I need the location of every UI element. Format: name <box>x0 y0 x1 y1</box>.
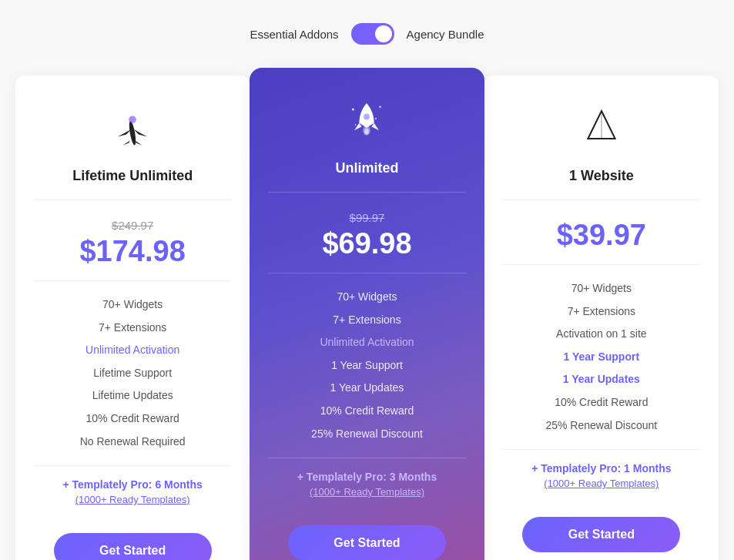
feature-item: 25% Renewal Discount <box>268 423 465 446</box>
card-title-website: 1 Website <box>503 168 700 184</box>
feature-item: Lifetime Support <box>34 362 231 385</box>
cta-button-lifetime[interactable]: Get Started <box>54 533 212 560</box>
svg-point-2 <box>352 108 354 110</box>
rocket-icon <box>342 97 391 146</box>
toggle-knob <box>375 25 392 42</box>
card-title-lifetime: Lifetime Unlimited <box>34 168 231 184</box>
svg-point-3 <box>380 106 381 108</box>
feature-item-year-updates: 1 Year Updates <box>503 368 700 391</box>
feature-item: 70+ Widgets <box>34 293 231 317</box>
feature-item: 10% Credit Reward <box>503 391 700 414</box>
card-unlimited: Unlimited $99.97 $69.98 70+ Widgets 7+ E… <box>250 68 484 560</box>
feature-item: No Renewal Required <box>34 431 231 454</box>
templately-section-unlimited: + Templately Pro: 3 Months (1000+ Ready … <box>268 458 465 510</box>
pricing-cards: Lifetime Unlimited $249.97 $174.98 70+ W… <box>15 75 719 560</box>
current-price-lifetime: $174.98 <box>34 235 231 268</box>
templately-section-lifetime: + Templately Pro: 6 Months (1000+ Ready … <box>34 465 231 518</box>
card-lifetime-unlimited: Lifetime Unlimited $249.97 $174.98 70+ W… <box>15 75 250 560</box>
plane-icon <box>108 105 157 154</box>
price-area-unlimited: $99.97 $69.98 <box>268 192 465 273</box>
toggle-left-label: Essential Addons <box>250 28 339 41</box>
card-icon-area <box>34 99 231 160</box>
cta-button-website[interactable]: Get Started <box>522 517 680 552</box>
toggle-row: Essential Addons Agency Bundle <box>250 23 484 45</box>
templately-main-lifetime: + Templately Pro: 6 Months <box>34 478 231 491</box>
feature-item: 70+ Widgets <box>268 286 465 309</box>
feature-item-highlight: Unlimited Activation <box>268 331 465 354</box>
svg-point-8 <box>365 129 370 135</box>
cta-button-unlimited[interactable]: Get Started <box>288 525 446 560</box>
templately-sub-website: (1000+ Ready Templates) <box>503 478 700 489</box>
templately-main-website: + Templately Pro: 1 Months <box>503 462 700 474</box>
templately-section-website: + Templately Pro: 1 Months (1000+ Ready … <box>503 449 700 501</box>
svg-point-4 <box>375 118 377 119</box>
feature-item: 7+ Extensions <box>34 317 231 340</box>
card-icon-area-website <box>503 99 700 160</box>
feature-item-highlight: Unlimited Activation <box>34 339 231 362</box>
svg-point-5 <box>355 124 357 126</box>
current-price-website: $39.97 <box>503 219 700 252</box>
feature-item: 10% Credit Reward <box>268 400 465 423</box>
templately-sub-unlimited: (1000+ Ready Templates) <box>268 486 465 498</box>
feature-item: 7+ Extensions <box>503 300 700 324</box>
feature-item: 10% Credit Reward <box>34 407 231 431</box>
original-price-lifetime: $249.97 <box>34 219 231 232</box>
original-price-unlimited: $99.97 <box>268 211 465 224</box>
card-icon-area-unlimited <box>268 91 465 153</box>
toggle-right-label: Agency Bundle <box>407 28 484 41</box>
svg-line-11 <box>588 111 602 139</box>
feature-item-year-support: 1 Year Support <box>503 346 700 369</box>
feature-item: 1 Year Support <box>268 354 465 377</box>
features-website: 70+ Widgets 7+ Extensions Activation on … <box>503 264 700 449</box>
feature-item: 1 Year Updates <box>268 377 465 400</box>
feature-item: 25% Renewal Discount <box>503 414 700 438</box>
svg-point-6 <box>364 113 371 121</box>
feature-item: 7+ Extensions <box>268 309 465 332</box>
feature-item: 70+ Widgets <box>503 277 700 300</box>
templately-sub-lifetime: (1000+ Ready Templates) <box>34 494 231 505</box>
diamond-icon <box>577 105 626 154</box>
templately-main-unlimited: + Templately Pro: 3 Months <box>268 471 465 483</box>
price-area-lifetime: $249.97 $174.98 <box>34 200 231 280</box>
price-area-website: $39.97 <box>503 200 700 264</box>
feature-item: Lifetime Updates <box>34 384 231 407</box>
toggle-switch[interactable] <box>351 23 394 45</box>
card-one-website: 1 Website $39.97 70+ Widgets 7+ Extensio… <box>484 75 719 560</box>
card-title-unlimited: Unlimited <box>268 160 465 176</box>
features-unlimited: 70+ Widgets 7+ Extensions Unlimited Acti… <box>268 273 465 458</box>
svg-point-1 <box>129 116 136 123</box>
features-lifetime: 70+ Widgets 7+ Extensions Unlimited Acti… <box>34 280 231 465</box>
current-price-unlimited: $69.98 <box>268 227 465 260</box>
feature-item: Activation on 1 site <box>503 323 700 346</box>
